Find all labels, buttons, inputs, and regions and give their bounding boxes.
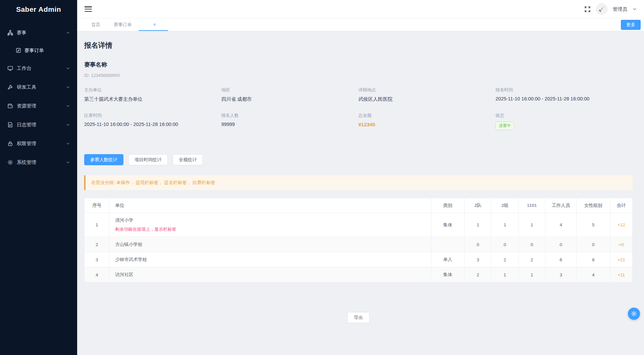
chevron-down-icon <box>66 142 70 145</box>
cell-value: 1 <box>518 267 545 282</box>
field-total-amount: 总金额 ¥12345 <box>359 113 496 130</box>
field-location: 详细地点 武侯区人民医院 <box>359 87 496 102</box>
edit-document-icon <box>16 48 21 53</box>
amount-value: ¥12345 <box>359 122 496 127</box>
cell-value: 1 <box>518 213 545 237</box>
sidebar-item-workbench[interactable]: 工作台 <box>0 59 77 78</box>
col-total: 合计 <box>610 198 632 213</box>
table-row: 3 少林寺武术学校 单人 3 2 2 6 8 +21 <box>85 252 633 267</box>
chevron-down-icon[interactable] <box>633 7 637 11</box>
field-match-time: 比赛时间 2025-11-10 16:00:00 - 2025-11-28 16… <box>84 113 221 130</box>
app-root: Saber Admin 赛事 <box>0 0 644 355</box>
cell-total: +21 <box>610 252 632 267</box>
col-2team: 2队 <box>464 198 491 213</box>
content: 报名详情 赛事名称 ID: 123456889900 主办单位 第三十届武术大赛… <box>77 31 644 355</box>
unit-note: 剩余功能在提现上，显示栏标签 <box>115 226 430 232</box>
stat-full-amount-button[interactable]: 全额统计 <box>173 154 203 165</box>
sidebar-item-label: 日志管理 <box>17 122 36 128</box>
cell-value: 4 <box>545 213 577 237</box>
sidebar-item-event-orders[interactable]: 赛事订单 <box>0 42 77 59</box>
tab-home[interactable]: 首页 <box>85 18 107 31</box>
stat-project-time-button[interactable]: 项目时间统计 <box>128 154 168 165</box>
sidebar: Saber Admin 赛事 <box>0 0 77 355</box>
stats-table: 序号 单位 类别 2队 2组 1101 工作人员 女性组别 合计 <box>84 198 633 282</box>
field-label: 报名人数 <box>221 113 359 119</box>
sidebar-item-events[interactable]: 赛事 <box>0 23 77 42</box>
cell-value: 2 <box>518 252 545 267</box>
field-label: 主办单位 <box>84 87 221 93</box>
cell-value: 5 <box>576 213 610 237</box>
cell-value: 3 <box>464 252 491 267</box>
wrench-icon <box>7 84 13 90</box>
tabbar: 首页 赛事订单 × 更多 <box>77 18 644 31</box>
event-name: 赛事名称 <box>84 61 633 69</box>
sidebar-item-label: 赛事订单 <box>24 47 44 54</box>
sidebar-item-logs[interactable]: 日志管理 <box>0 115 77 134</box>
cell-seq: 4 <box>85 267 109 282</box>
cell-value: 0 <box>464 237 491 252</box>
user-avatar[interactable] <box>596 3 607 15</box>
field-value: 99999 <box>221 122 359 127</box>
org-chart-icon <box>7 30 13 36</box>
col-female-group: 女性组别 <box>576 198 610 213</box>
more-button[interactable]: 更多 <box>621 20 641 30</box>
tab-active[interactable]: × <box>139 18 168 31</box>
user-name[interactable]: 管理员 <box>613 6 628 12</box>
sidebar-item-label: 工作台 <box>17 65 32 72</box>
field-label: 总金额 <box>359 113 496 119</box>
menu-toggle-icon[interactable] <box>85 6 92 12</box>
field-label: 报名时间 <box>495 87 633 93</box>
chevron-down-icon <box>66 161 70 164</box>
table-row: 1 清河小学 剩余功能在提现上，显示栏标签 集体 1 1 1 4 5 +12 <box>85 213 633 237</box>
sidebar-item-dev-tools[interactable]: 研发工具 <box>0 78 77 96</box>
topbar: 管理员 <box>77 0 644 18</box>
monitor-icon <box>7 65 13 71</box>
cell-total: +12 <box>610 213 632 237</box>
unit-name: 清河小学 <box>115 217 430 223</box>
cell-value: 1 <box>491 213 518 237</box>
sidebar-item-label: 系统管理 <box>17 159 36 166</box>
field-organizer: 主办单位 第三十届武术大赛主办单位 <box>84 87 221 102</box>
col-staff: 工作人员 <box>545 198 577 213</box>
sidebar-item-resources[interactable]: 资源管理 <box>0 96 77 115</box>
cell-category: 集体 <box>431 213 465 237</box>
topbar-right: 管理员 <box>584 3 637 15</box>
stat-buttons: 参赛人数统计 项目时间统计 全额统计 <box>84 154 633 165</box>
lock-icon <box>7 141 13 146</box>
cell-value: 0 <box>576 237 610 252</box>
table-header-row: 序号 单位 类别 2队 2组 1101 工作人员 女性组别 合计 <box>85 198 633 213</box>
tab-label: 赛事订单 <box>114 22 132 28</box>
sidebar-item-system[interactable]: 系统管理 <box>0 153 77 172</box>
cell-value: 0 <box>518 237 545 252</box>
col-category: 类别 <box>431 198 465 213</box>
field-label: 状态 <box>495 113 633 119</box>
sidebar-item-label: 研发工具 <box>17 84 36 90</box>
gear-icon <box>631 311 637 317</box>
warning-alert: 在营业分组: 本操作， 提现栏标签， 提名栏标签， 比赛栏标签 <box>84 175 633 190</box>
document-icon <box>7 122 13 128</box>
chevron-down-icon <box>66 123 70 127</box>
cell-value: 1 <box>491 267 518 282</box>
chevron-up-icon <box>66 31 70 35</box>
sidebar-menu: 赛事 赛事订单 工作台 <box>0 18 77 172</box>
export-button[interactable]: 导出 <box>347 312 370 323</box>
field-label: 比赛时间 <box>84 113 221 119</box>
cell-value: 1 <box>464 213 491 237</box>
cell-value: 6 <box>545 252 577 267</box>
col-unit: 单位 <box>109 198 431 213</box>
close-icon[interactable]: × <box>153 22 156 27</box>
col-seq: 序号 <box>85 198 109 213</box>
cell-value: 0 <box>545 237 577 252</box>
cell-category: 单人 <box>431 252 465 267</box>
stat-participants-button[interactable]: 参赛人数统计 <box>84 154 123 165</box>
cell-seq: 1 <box>85 213 109 237</box>
field-region: 地区 四川省 成都市 <box>221 87 359 102</box>
event-id: ID: 123456889900 <box>84 73 633 78</box>
fullscreen-icon[interactable] <box>584 6 591 12</box>
settings-fab[interactable] <box>628 308 640 320</box>
field-value: 四川省 成都市 <box>221 96 359 102</box>
cell-category <box>431 237 465 252</box>
cell-value: 2 <box>464 267 491 282</box>
tab-event-orders[interactable]: 赛事订单 <box>107 18 139 31</box>
sidebar-item-permissions[interactable]: 权限管理 <box>0 134 77 153</box>
